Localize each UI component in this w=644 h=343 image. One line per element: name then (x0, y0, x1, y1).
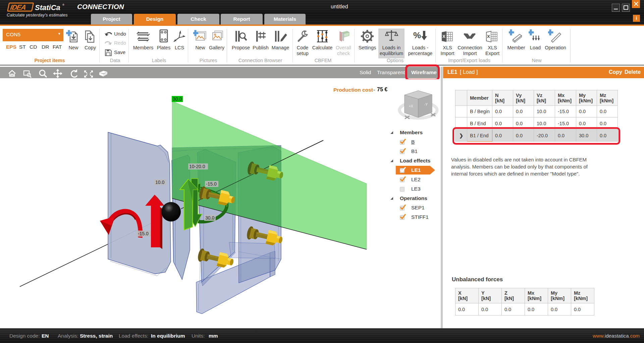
svg-text:-15.0: -15.0 (206, 181, 217, 187)
svg-text:10-20.0: 10-20.0 (189, 164, 205, 169)
svg-text:+X: +X (409, 104, 413, 108)
svg-text:10.0: 10.0 (155, 180, 164, 185)
svg-text:X: X (442, 34, 445, 39)
svg-text:®: ® (62, 3, 64, 6)
svg-text:-15.0: -15.0 (138, 231, 149, 236)
svg-text:IDEA: IDEA (9, 3, 26, 11)
svg-text:StatiCa: StatiCa (35, 3, 60, 12)
svg-text:-Y: -Y (424, 103, 428, 106)
svg-text:%: % (413, 30, 421, 40)
svg-text:X: X (487, 34, 490, 39)
svg-text:30.0: 30.0 (173, 96, 182, 102)
svg-text:30.0: 30.0 (205, 215, 214, 220)
